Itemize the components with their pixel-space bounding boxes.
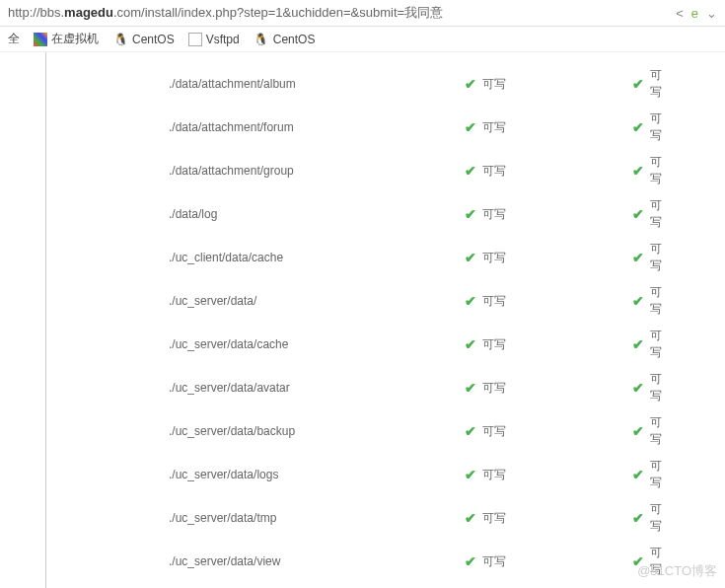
bookmark-vsftpd[interactable]: Vsftpd: [188, 33, 240, 46]
bookmark-centos-2[interactable]: 🐧CentOS: [254, 32, 316, 47]
path-row: ./uc_client/data/cache✔可写✔可写: [165, 236, 676, 279]
check-icon: ✔: [632, 76, 644, 92]
path-row: ./data/attachment/album✔可写✔可写: [165, 62, 676, 106]
check-icon: ✔: [465, 467, 476, 482]
check-icon: ✔: [465, 76, 476, 92]
rec-cell: ✔可写: [628, 236, 676, 279]
path-cell: ./uc_server/data/: [165, 279, 461, 323]
check-icon: ✔: [632, 380, 644, 396]
check-cell: ✔可写: [461, 106, 628, 149]
install-content: ./data/attachment/album✔可写✔可写./data/atta…: [45, 52, 725, 588]
check-cell: ✔可写: [461, 323, 628, 366]
rec-cell: ✔可写: [628, 496, 676, 540]
watermark: @51CTO博客: [637, 562, 717, 580]
url-text[interactable]: http://bbs.magedu.com/install/index.php?…: [8, 4, 443, 22]
path-cell: ./uc_server/data/view: [165, 540, 461, 583]
check-icon: ✔: [632, 206, 644, 222]
rec-cell: ✔可写: [628, 149, 676, 192]
check-icon: ✔: [465, 163, 476, 179]
bookmark-centos-1[interactable]: 🐧CentOS: [112, 32, 175, 47]
rec-cell: ✔可写: [628, 106, 676, 149]
check-cell: ✔可写: [461, 453, 628, 496]
check-icon: ✔: [465, 553, 476, 569]
check-icon: ✔: [465, 380, 476, 396]
check-icon: ✔: [632, 119, 644, 135]
rec-cell: ✔可写: [628, 62, 676, 106]
path-row: ./uc_server/data/✔可写✔可写: [165, 279, 676, 323]
check-icon: ✔: [465, 119, 476, 135]
path-cell: ./data/attachment/album: [165, 62, 461, 106]
path-check-table: ./data/attachment/album✔可写✔可写./data/atta…: [165, 62, 676, 583]
bookmark-security[interactable]: 全: [8, 31, 20, 47]
check-icon: ✔: [632, 510, 644, 526]
bookmark-bar: 全 在虚拟机 🐧CentOS Vsftpd 🐧CentOS: [0, 27, 725, 52]
penguin-icon: 🐧: [254, 32, 269, 47]
path-row: ./uc_server/data/cache✔可写✔可写: [165, 323, 676, 366]
path-row: ./uc_server/data/view✔可写✔可写: [165, 540, 676, 583]
check-icon: ✔: [632, 250, 644, 265]
url-domain: magedu: [64, 5, 113, 20]
path-row: ./data/attachment/group✔可写✔可写: [165, 149, 676, 192]
url-prefix: http://bbs.: [8, 5, 64, 20]
check-icon: ✔: [465, 206, 476, 222]
check-cell: ✔可写: [461, 409, 628, 453]
path-cell: ./uc_server/data/cache: [165, 323, 461, 366]
path-row: ./uc_server/data/backup✔可写✔可写: [165, 409, 676, 453]
check-icon: ✔: [465, 250, 476, 265]
path-row: ./data/log✔可写✔可写: [165, 192, 676, 236]
compat-icon[interactable]: e: [691, 6, 698, 21]
check-cell: ✔可写: [461, 62, 628, 106]
url-bar: http://bbs.magedu.com/install/index.php?…: [0, 0, 725, 27]
path-row: ./uc_server/data/tmp✔可写✔可写: [165, 496, 676, 540]
check-cell: ✔可写: [461, 236, 628, 279]
path-row: ./data/attachment/forum✔可写✔可写: [165, 106, 676, 149]
path-cell: ./uc_server/data/avatar: [165, 366, 461, 409]
rec-cell: ✔可写: [628, 366, 676, 409]
check-cell: ✔可写: [461, 540, 628, 583]
rec-cell: ✔可写: [628, 192, 676, 236]
check-icon: ✔: [465, 336, 476, 352]
path-row: ./uc_server/data/avatar✔可写✔可写: [165, 366, 676, 409]
check-icon: ✔: [632, 467, 644, 482]
check-icon: ✔: [465, 293, 476, 309]
rec-cell: ✔可写: [628, 453, 676, 496]
check-icon: ✔: [632, 163, 644, 179]
url-action-icons: < e ⌄: [676, 6, 717, 21]
path-cell: ./uc_client/data/cache: [165, 236, 461, 279]
check-icon: ✔: [632, 293, 644, 309]
path-cell: ./data/attachment/group: [165, 149, 461, 192]
check-cell: ✔可写: [461, 496, 628, 540]
check-cell: ✔可写: [461, 366, 628, 409]
url-suffix: .com/install/index.php?step=1&uchidden=&…: [113, 5, 443, 20]
rec-cell: ✔可写: [628, 409, 676, 453]
check-icon: ✔: [465, 510, 476, 526]
check-cell: ✔可写: [461, 149, 628, 192]
path-cell: ./data/log: [165, 192, 461, 236]
path-cell: ./uc_server/data/backup: [165, 409, 461, 453]
rec-cell: ✔可写: [628, 323, 676, 366]
check-cell: ✔可写: [461, 279, 628, 323]
path-cell: ./uc_server/data/tmp: [165, 496, 461, 540]
path-cell: ./data/attachment/forum: [165, 106, 461, 149]
bookmark-vm[interactable]: 在虚拟机: [34, 31, 99, 47]
document-icon: [188, 33, 202, 46]
path-row: ./uc_server/data/logs✔可写✔可写: [165, 453, 676, 496]
rec-cell: ✔可写: [628, 279, 676, 323]
check-icon: ✔: [632, 336, 644, 352]
path-cell: ./uc_server/data/logs: [165, 453, 461, 496]
puzzle-icon: [34, 33, 47, 46]
share-icon[interactable]: <: [676, 6, 684, 21]
chevron-down-icon[interactable]: ⌄: [706, 6, 717, 21]
check-icon: ✔: [632, 423, 644, 439]
penguin-icon: 🐧: [112, 32, 128, 47]
func-section-title: 函数依赖性检查: [165, 583, 676, 588]
check-cell: ✔可写: [461, 192, 628, 236]
check-icon: ✔: [465, 423, 476, 439]
